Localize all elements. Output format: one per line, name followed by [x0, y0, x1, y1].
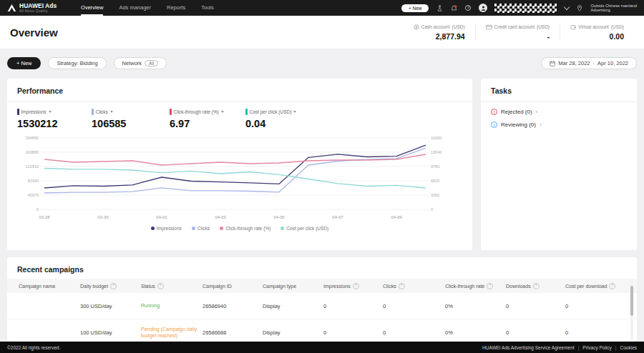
- col-cost-per-download: Cost per download: [565, 282, 637, 289]
- performance-line-chart: 2048501630016388013040122910978081940652…: [7, 131, 472, 226]
- strategy-filter[interactable]: Strategy: Bidding: [48, 57, 106, 69]
- table-header-row: Campaign name Daily budget Status Campai…: [7, 279, 637, 293]
- col-clicks: Clicks: [383, 282, 445, 289]
- legend-dot: [280, 227, 284, 230]
- info-icon[interactable]: [607, 282, 615, 289]
- svg-text:13040: 13040: [431, 150, 441, 154]
- reviewing-info-icon: i: [491, 121, 497, 128]
- table-row[interactable]: 300 USD/day Running 26586940 Display 0 0…: [7, 293, 637, 319]
- svg-text:04-03: 04-03: [215, 215, 226, 219]
- svg-text:0: 0: [431, 207, 433, 212]
- col-campaign-name: Campaign name: [19, 284, 80, 289]
- legend-dot: [220, 227, 223, 230]
- page-header: Overview Cash account (USD) 2,877.94 Cre…: [0, 16, 644, 49]
- footer-link-agreement[interactable]: HUAWEI Ads Advertising Service Agreement: [482, 345, 575, 350]
- info-icon[interactable]: [531, 282, 540, 289]
- top-navigation: Overview Ads manager Reports Tools: [81, 0, 214, 16]
- info-icon[interactable]: [351, 282, 359, 289]
- chevron-down-icon[interactable]: [564, 4, 570, 9]
- huawei-ads-logo: [7, 4, 16, 12]
- info-icon[interactable]: [155, 282, 164, 289]
- top-navbar: HUAWEI Ads All About Quality Overview Ad…: [0, 0, 644, 16]
- svg-text:03-30: 03-30: [97, 215, 109, 219]
- svg-text:9780: 9780: [431, 164, 439, 169]
- footer-link-privacy[interactable]: Privacy Policy: [582, 345, 611, 350]
- account-name-redacted[interactable]: [494, 4, 557, 13]
- metric-clicks-selector[interactable]: Clicks: [92, 109, 126, 115]
- footer-link-cookies[interactable]: Cookies: [620, 345, 637, 350]
- series-line: [44, 154, 426, 165]
- svg-text:16300: 16300: [431, 136, 441, 140]
- svg-text:04-01: 04-01: [156, 215, 167, 219]
- cash-icon: [414, 24, 419, 30]
- status-badge: Pending (Campaign daily budget reached): [141, 327, 197, 339]
- svg-text:81940: 81940: [28, 179, 39, 183]
- svg-text:0: 0: [36, 207, 39, 212]
- info-icon[interactable]: [484, 282, 493, 289]
- copyright: ©2022 All rights reserved.: [7, 345, 61, 350]
- task-reviewing[interactable]: i Reviewing (0) ›: [481, 115, 637, 128]
- virtual-account: Virtual account (USD) 0.00: [560, 24, 634, 41]
- caret-down-icon: [110, 111, 113, 113]
- recent-campaigns-panel: Recent campaigns Campaign name Daily bud…: [7, 257, 637, 342]
- flask-icon[interactable]: [436, 4, 443, 11]
- nav-ads-manager[interactable]: Ads manager: [119, 0, 151, 16]
- credit-card-account-value: -: [486, 32, 550, 41]
- legend-dot: [151, 227, 155, 230]
- svg-text:40970: 40970: [28, 193, 39, 197]
- col-downloads: Downloads: [506, 282, 565, 289]
- svg-text:204850: 204850: [26, 136, 39, 140]
- nav-reports[interactable]: Reports: [167, 0, 185, 16]
- col-campaign-type: Campaign type: [263, 284, 323, 289]
- svg-text:122910: 122910: [26, 164, 39, 169]
- metric-ctr: Click-through rate (%) 6.97: [170, 109, 224, 129]
- col-impressions: Impressions: [323, 282, 383, 289]
- task-rejected[interactable]: ! Rejected (0) ›: [481, 102, 637, 115]
- new-campaign-button[interactable]: + New: [7, 57, 41, 69]
- metric-impressions-selector[interactable]: Impressions: [17, 109, 57, 115]
- tasks-title: Tasks: [481, 79, 637, 101]
- date-end: Apr 10, 2022: [597, 60, 628, 66]
- legend-dot: [192, 227, 195, 230]
- nav-overview[interactable]: Overview: [81, 0, 103, 16]
- legend-label: Click-through rate (%): [225, 226, 270, 231]
- notifications-icon[interactable]: [450, 4, 457, 11]
- legend-item[interactable]: Impressions: [151, 226, 182, 231]
- performance-panel: Performance Impressions 1530212 Clicks 1…: [7, 79, 472, 250]
- metric-impressions: Impressions 1530212: [17, 109, 57, 129]
- info-icon[interactable]: [108, 282, 117, 289]
- account-balances: Cash account (USD) 2,877.94 Credit card …: [404, 24, 634, 41]
- virtual-account-value: 0.00: [570, 32, 624, 41]
- svg-text:03-28: 03-28: [39, 215, 50, 219]
- legend-label: Impressions: [157, 226, 182, 231]
- metric-ctr-selector[interactable]: Click-through rate (%): [170, 109, 224, 115]
- metric-clicks: Clicks 106585: [92, 109, 126, 129]
- topbar-new-button[interactable]: + New: [401, 4, 429, 12]
- legend-item[interactable]: Cost per click (USD): [280, 226, 328, 231]
- region-indicator: Outside Chinese mainland Advertising: [590, 4, 637, 13]
- caret-down-icon: [221, 111, 224, 113]
- info-icon[interactable]: [396, 282, 405, 289]
- caret-down-icon: [293, 111, 296, 113]
- rejected-alert-icon: !: [491, 109, 497, 115]
- brand-tagline: All About Quality: [19, 9, 57, 13]
- svg-text:04-09: 04-09: [391, 215, 402, 219]
- date-range-picker[interactable]: Mar 28, 2022 - Apr 10, 2022: [541, 57, 637, 69]
- location-pin-icon: [576, 4, 583, 11]
- campaigns-table: Campaign name Daily budget Status Campai…: [7, 279, 637, 346]
- table-scrollbar-thumb[interactable]: [630, 286, 633, 316]
- avatar[interactable]: [479, 4, 487, 12]
- footer: ©2022 All rights reserved. HUAWEI Ads Ad…: [0, 342, 644, 353]
- help-icon[interactable]: ?: [464, 4, 472, 11]
- legend-item[interactable]: Clicks: [192, 226, 210, 231]
- network-filter[interactable]: Network All: [114, 57, 167, 69]
- svg-text:04-05: 04-05: [273, 215, 285, 219]
- metric-cpc-selector[interactable]: Cost per click (USD): [245, 109, 296, 115]
- network-value-badge: All: [145, 60, 158, 66]
- col-status: Status: [141, 282, 203, 289]
- svg-text:04-07: 04-07: [332, 215, 343, 219]
- series-line: [44, 169, 426, 189]
- legend-item[interactable]: Click-through rate (%): [220, 226, 270, 231]
- cash-account: Cash account (USD) 2,877.94: [404, 24, 475, 41]
- nav-tools[interactable]: Tools: [201, 0, 214, 16]
